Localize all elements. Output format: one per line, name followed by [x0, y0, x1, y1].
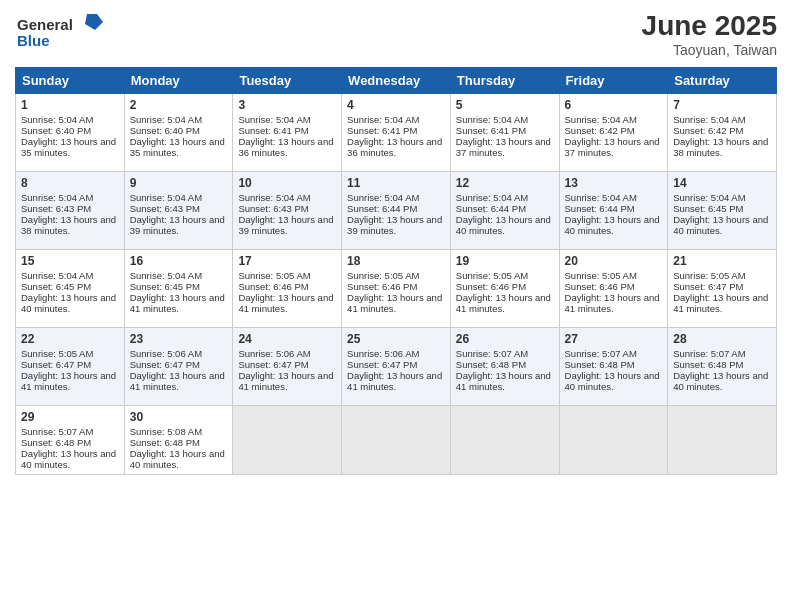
daylight-text: Daylight: 13 hours and 41 minutes. [347, 292, 442, 314]
daylight-text: Daylight: 13 hours and 40 minutes. [565, 214, 660, 236]
table-row [450, 406, 559, 475]
sunrise-text: Sunrise: 5:08 AM [130, 426, 202, 437]
table-row: 21Sunrise: 5:05 AMSunset: 6:47 PMDayligh… [668, 250, 777, 328]
sunset-text: Sunset: 6:43 PM [238, 203, 308, 214]
table-row: 8Sunrise: 5:04 AMSunset: 6:43 PMDaylight… [16, 172, 125, 250]
sunset-text: Sunset: 6:47 PM [238, 359, 308, 370]
daylight-text: Daylight: 13 hours and 41 minutes. [456, 292, 551, 314]
sunrise-text: Sunrise: 5:05 AM [238, 270, 310, 281]
sunrise-text: Sunrise: 5:07 AM [565, 348, 637, 359]
table-row: 27Sunrise: 5:07 AMSunset: 6:48 PMDayligh… [559, 328, 668, 406]
daylight-text: Daylight: 13 hours and 41 minutes. [21, 370, 116, 392]
daylight-text: Daylight: 13 hours and 36 minutes. [238, 136, 333, 158]
table-row: 13Sunrise: 5:04 AMSunset: 6:44 PMDayligh… [559, 172, 668, 250]
table-row: 2Sunrise: 5:04 AMSunset: 6:40 PMDaylight… [124, 94, 233, 172]
daylight-text: Daylight: 13 hours and 39 minutes. [347, 214, 442, 236]
sunrise-text: Sunrise: 5:06 AM [130, 348, 202, 359]
table-row: 12Sunrise: 5:04 AMSunset: 6:44 PMDayligh… [450, 172, 559, 250]
sunrise-text: Sunrise: 5:04 AM [238, 192, 310, 203]
sunrise-text: Sunrise: 5:04 AM [130, 270, 202, 281]
title-area: June 2025 Taoyuan, Taiwan [642, 10, 777, 58]
table-row [668, 406, 777, 475]
header: General Blue June 2025 Taoyuan, Taiwan [15, 10, 777, 59]
sunset-text: Sunset: 6:40 PM [130, 125, 200, 136]
table-row: 24Sunrise: 5:06 AMSunset: 6:47 PMDayligh… [233, 328, 342, 406]
sunrise-text: Sunrise: 5:05 AM [673, 270, 745, 281]
daylight-text: Daylight: 13 hours and 38 minutes. [21, 214, 116, 236]
day-number: 19 [456, 254, 554, 268]
table-row: 25Sunrise: 5:06 AMSunset: 6:47 PMDayligh… [342, 328, 451, 406]
sunset-text: Sunset: 6:46 PM [565, 281, 635, 292]
sunset-text: Sunset: 6:45 PM [130, 281, 200, 292]
sunrise-text: Sunrise: 5:05 AM [21, 348, 93, 359]
day-number: 17 [238, 254, 336, 268]
day-number: 5 [456, 98, 554, 112]
sunrise-text: Sunrise: 5:04 AM [21, 114, 93, 125]
table-row: 29Sunrise: 5:07 AMSunset: 6:48 PMDayligh… [16, 406, 125, 475]
header-friday: Friday [559, 68, 668, 94]
sunset-text: Sunset: 6:41 PM [456, 125, 526, 136]
table-row: 20Sunrise: 5:05 AMSunset: 6:46 PMDayligh… [559, 250, 668, 328]
sunset-text: Sunset: 6:42 PM [565, 125, 635, 136]
day-number: 3 [238, 98, 336, 112]
day-number: 11 [347, 176, 445, 190]
sunset-text: Sunset: 6:48 PM [673, 359, 743, 370]
sunset-text: Sunset: 6:43 PM [21, 203, 91, 214]
sunrise-text: Sunrise: 5:04 AM [673, 114, 745, 125]
sunset-text: Sunset: 6:46 PM [456, 281, 526, 292]
daylight-text: Daylight: 13 hours and 40 minutes. [456, 214, 551, 236]
table-row: 3Sunrise: 5:04 AMSunset: 6:41 PMDaylight… [233, 94, 342, 172]
day-number: 24 [238, 332, 336, 346]
sunrise-text: Sunrise: 5:07 AM [456, 348, 528, 359]
daylight-text: Daylight: 13 hours and 40 minutes. [565, 370, 660, 392]
day-number: 1 [21, 98, 119, 112]
table-row: 4Sunrise: 5:04 AMSunset: 6:41 PMDaylight… [342, 94, 451, 172]
sunset-text: Sunset: 6:48 PM [456, 359, 526, 370]
table-row: 1Sunrise: 5:04 AMSunset: 6:40 PMDaylight… [16, 94, 125, 172]
daylight-text: Daylight: 13 hours and 37 minutes. [456, 136, 551, 158]
sunset-text: Sunset: 6:42 PM [673, 125, 743, 136]
day-number: 12 [456, 176, 554, 190]
sunset-text: Sunset: 6:48 PM [130, 437, 200, 448]
daylight-text: Daylight: 13 hours and 39 minutes. [130, 214, 225, 236]
day-number: 2 [130, 98, 228, 112]
sunrise-text: Sunrise: 5:04 AM [347, 114, 419, 125]
daylight-text: Daylight: 13 hours and 41 minutes. [238, 370, 333, 392]
table-row: 16Sunrise: 5:04 AMSunset: 6:45 PMDayligh… [124, 250, 233, 328]
sunrise-text: Sunrise: 5:05 AM [456, 270, 528, 281]
table-row: 17Sunrise: 5:05 AMSunset: 6:46 PMDayligh… [233, 250, 342, 328]
day-number: 10 [238, 176, 336, 190]
day-number: 8 [21, 176, 119, 190]
table-row: 19Sunrise: 5:05 AMSunset: 6:46 PMDayligh… [450, 250, 559, 328]
daylight-text: Daylight: 13 hours and 39 minutes. [238, 214, 333, 236]
day-number: 16 [130, 254, 228, 268]
sunset-text: Sunset: 6:44 PM [456, 203, 526, 214]
day-number: 27 [565, 332, 663, 346]
svg-text:Blue: Blue [17, 32, 50, 49]
sunset-text: Sunset: 6:45 PM [673, 203, 743, 214]
sunrise-text: Sunrise: 5:04 AM [456, 192, 528, 203]
daylight-text: Daylight: 13 hours and 37 minutes. [565, 136, 660, 158]
day-number: 29 [21, 410, 119, 424]
day-number: 9 [130, 176, 228, 190]
table-row: 11Sunrise: 5:04 AMSunset: 6:44 PMDayligh… [342, 172, 451, 250]
sunset-text: Sunset: 6:47 PM [347, 359, 417, 370]
sunrise-text: Sunrise: 5:04 AM [565, 192, 637, 203]
sunset-text: Sunset: 6:41 PM [238, 125, 308, 136]
table-row: 30Sunrise: 5:08 AMSunset: 6:48 PMDayligh… [124, 406, 233, 475]
sunrise-text: Sunrise: 5:06 AM [347, 348, 419, 359]
sunset-text: Sunset: 6:44 PM [565, 203, 635, 214]
day-number: 23 [130, 332, 228, 346]
day-number: 26 [456, 332, 554, 346]
sunrise-text: Sunrise: 5:04 AM [130, 114, 202, 125]
day-number: 14 [673, 176, 771, 190]
daylight-text: Daylight: 13 hours and 35 minutes. [21, 136, 116, 158]
table-row [342, 406, 451, 475]
sunrise-text: Sunrise: 5:06 AM [238, 348, 310, 359]
sunset-text: Sunset: 6:45 PM [21, 281, 91, 292]
sunset-text: Sunset: 6:48 PM [565, 359, 635, 370]
daylight-text: Daylight: 13 hours and 41 minutes. [130, 370, 225, 392]
sunrise-text: Sunrise: 5:07 AM [21, 426, 93, 437]
table-row: 7Sunrise: 5:04 AMSunset: 6:42 PMDaylight… [668, 94, 777, 172]
header-saturday: Saturday [668, 68, 777, 94]
